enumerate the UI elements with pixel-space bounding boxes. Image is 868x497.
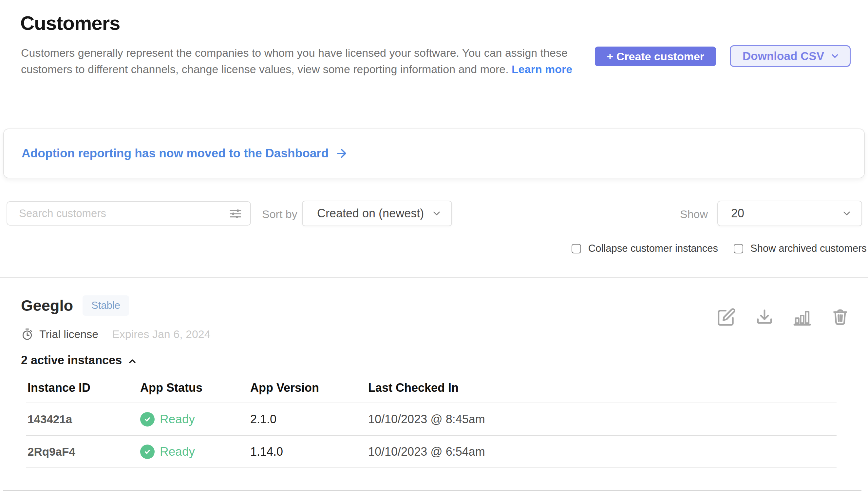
header-app-version: App Version <box>249 381 367 395</box>
arrow-right-icon <box>335 147 348 160</box>
status-badge: Ready <box>160 412 195 426</box>
sort-by-label: Sort by <box>262 208 297 221</box>
section-divider <box>0 277 868 278</box>
instances-table-header: Instance ID App Status App Version Last … <box>26 381 837 403</box>
show-archived-option: Show archived customers <box>734 243 867 254</box>
header-instance-id: Instance ID <box>26 381 139 395</box>
sort-select[interactable]: Created on (newest) <box>302 201 452 226</box>
instances-toggle-label: 2 active instances <box>21 353 122 367</box>
page-description-text: Customers generally represent the compan… <box>21 46 568 75</box>
last-checked-in: 10/10/2023 @ 8:45am <box>367 412 837 426</box>
customer-name[interactable]: Geeglo <box>21 296 73 314</box>
instances-toggle[interactable]: 2 active instances <box>21 353 137 367</box>
learn-more-link[interactable]: Learn more <box>512 63 572 75</box>
chevron-down-icon <box>431 208 442 219</box>
instances-table: Instance ID App Status App Version Last … <box>26 381 837 468</box>
download-csv-button[interactable]: Download CSV <box>730 45 851 67</box>
page-description: Customers generally represent the compan… <box>21 45 578 77</box>
channel-badge: Stable <box>83 295 129 316</box>
search-customers <box>6 201 251 226</box>
delete-customer-icon[interactable] <box>831 308 849 326</box>
instance-id: 2Rq9aF4 <box>26 445 139 458</box>
status-badge: Ready <box>160 445 195 459</box>
adoption-banner-text: Adoption reporting has now moved to the … <box>21 146 328 160</box>
adoption-banner-link[interactable]: Adoption reporting has now moved to the … <box>21 146 348 160</box>
stopwatch-icon <box>21 328 33 341</box>
search-input[interactable] <box>6 201 251 226</box>
page-title: Customers <box>20 12 120 34</box>
last-checked-in: 10/10/2023 @ 6:54am <box>367 445 837 459</box>
collapse-instances-label: Collapse customer instances <box>588 243 718 254</box>
collapse-instances-option: Collapse customer instances <box>572 243 718 254</box>
show-select[interactable]: 20 <box>717 201 862 226</box>
show-label: Show <box>680 208 708 221</box>
license-expiry: Expires Jan 6, 2024 <box>112 328 211 341</box>
show-archived-label: Show archived customers <box>750 243 867 254</box>
customers-page: Customers Customers generally represent … <box>0 0 868 497</box>
bar-chart-icon[interactable] <box>793 308 811 326</box>
check-circle-icon <box>140 412 155 427</box>
create-customer-button[interactable]: + Create customer <box>595 46 716 66</box>
bottom-divider <box>3 490 862 491</box>
app-status: Ready <box>139 412 249 427</box>
sort-select-value: Created on (newest) <box>317 207 424 220</box>
show-archived-checkbox[interactable] <box>734 244 743 253</box>
customer-actions <box>717 308 849 327</box>
header-last-checked-in: Last Checked In <box>367 381 837 395</box>
list-options: Collapse customer instances Show archive… <box>572 243 867 254</box>
app-version: 1.14.0 <box>249 445 367 459</box>
chevron-down-icon <box>830 51 840 61</box>
chevron-up-icon <box>127 354 137 367</box>
edit-customer-icon[interactable] <box>717 308 736 327</box>
app-version: 2.1.0 <box>249 412 367 426</box>
table-row: 2Rq9aF4 Ready 1.14.0 10/10/2023 @ 6:54am <box>26 436 837 468</box>
chevron-down-icon <box>841 208 852 219</box>
download-csv-label: Download CSV <box>742 49 824 62</box>
adoption-banner: Adoption reporting has now moved to the … <box>3 128 865 178</box>
check-circle-icon <box>140 444 155 459</box>
download-customer-icon[interactable] <box>756 308 773 326</box>
filter-sliders-icon[interactable] <box>229 207 242 222</box>
header-actions: + Create customer Download CSV <box>595 45 851 67</box>
table-row: 143421a Ready 2.1.0 10/10/2023 @ 8:45am <box>26 403 837 436</box>
show-select-value: 20 <box>731 207 744 220</box>
collapse-instances-checkbox[interactable] <box>572 244 581 253</box>
instance-id: 143421a <box>26 413 139 426</box>
license-row: Trial license Expires Jan 6, 2024 <box>21 328 211 341</box>
license-type: Trial license <box>39 328 98 341</box>
header-app-status: App Status <box>139 381 249 395</box>
app-status: Ready <box>139 444 249 459</box>
